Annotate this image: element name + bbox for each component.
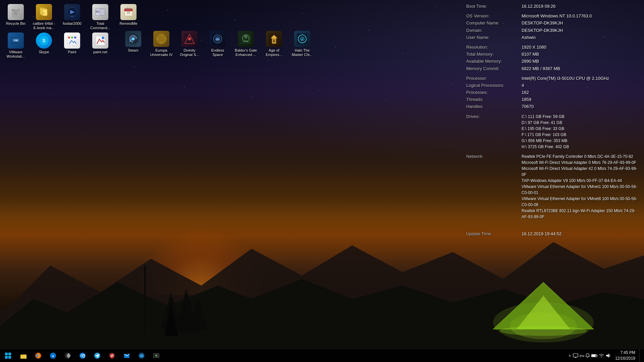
foobar-icon[interactable]: fb2k foobar2000 [59,2,86,32]
desktop-icons-row1: Recycle Bin C calibre 64bit - E-book ma.… [2,2,143,33]
tray-chevron[interactable]: ∧ [567,354,572,357]
calibre-icon[interactable]: C calibre 64bit - E-book ma... [31,2,57,32]
tray-language-icon[interactable]: ENG [579,353,584,358]
paintnet-icon[interactable]: paint.net [87,31,114,60]
processor-label: Processor: [466,75,522,81]
tray-notification-icon[interactable] [585,353,590,358]
taskbar-shield[interactable] [105,349,119,362]
foobar-label: foobar2000 [63,21,82,26]
drives-row: Drives: C:\ 111 GB Free: 59 GBD:\ 97 GB … [466,114,641,150]
svg-rect-97 [597,355,597,356]
memory-commit-row: Memory Commit: 6822 MB / 9387 MB [466,66,641,72]
svg-text:H: H [301,38,303,41]
total-memory-value: 8107 MB [522,51,641,57]
drive-entry: E:\ 195 GB Free: 33 GB [522,126,569,132]
paint-label: Paint [68,50,76,54]
memory-commit-value: 6822 MB / 9387 MB [522,66,641,72]
network-entry: VMware Virtual Ethernet Adapter for VMne… [522,196,641,208]
svg-point-55 [189,38,190,40]
network-entry: VMware Virtual Ethernet Adapter for VMne… [522,184,641,196]
computer-name-row: Computer Name: DESKTOP-DK39KJH [466,20,641,26]
baldurs-gate-icon[interactable]: Baldur's Gate Enhanced ... [232,29,259,59]
drives-label: Drives: [466,114,522,120]
svg-text:ES: ES [216,38,220,41]
svg-text:C: C [43,12,45,15]
logical-processors-row: Logical Processors: 4 [466,82,641,88]
taskbar-edge2[interactable] [134,349,149,362]
tray-volume-icon[interactable] [605,353,611,358]
network-entry: Microsoft Wi-Fi Direct Virtual Adapter 0… [522,160,641,166]
svg-rect-73 [8,353,11,355]
halo-icon[interactable]: H Halo The Master Chi... [289,29,316,59]
update-time-row: Update Time: 16.12.2019 19:44:52 [466,231,641,237]
update-time-label: Update Time: [466,231,522,237]
computer-name-label: Computer Name: [466,20,522,26]
taskbar-firefox[interactable] [31,349,46,362]
show-desktop-button[interactable] [639,349,641,362]
taskbar-mail[interactable] [119,349,134,362]
threads-value: 1859 [522,97,641,103]
boot-time-row: Boot Time: 16.12.2019 09:26 [466,3,641,9]
endless-space-icon[interactable]: ES Endless Space [204,29,231,59]
remindme-icon[interactable]: 15 RemindMe [115,2,142,32]
taskbar-telegram[interactable] [90,349,105,362]
taskbar-music[interactable] [60,349,75,362]
europa-icon[interactable]: Europa Universalis IV [148,29,175,59]
age-of-empires-label: Age of Empires... [262,48,286,57]
taskbar-app3[interactable]: e [46,349,60,362]
clock-date: 12/16/2019 [615,356,635,361]
taskbar-explorer[interactable] [16,349,31,362]
drive-entry: D:\ 97 GB Free: 41 GB [522,120,569,126]
tray-battery-icon[interactable] [591,353,598,358]
svg-rect-28 [124,9,132,11]
taskbar-tray: ∧ ENG [567,349,644,362]
threads-label: Threads: [466,97,522,103]
vmware-icon[interactable]: VM VMware Workstati... [2,31,29,60]
skype-icon[interactable]: S Skype [31,31,57,60]
remindme-label: RemindMe [119,21,137,26]
skype-label: Skype [39,50,49,54]
age-of-empires-icon[interactable]: Age of Empires... [261,29,287,59]
desktop-icons-row2: VM VMware Workstati... S Skype [2,30,114,61]
svg-rect-67 [273,40,275,42]
recycle-bin-label: Recycle Bin [6,21,25,26]
os-version-value: Microsoft Windows NT 10.0.17763.0 [522,13,641,19]
handles-row: Handles: 70670 [466,104,641,110]
svg-point-63 [245,36,247,38]
svg-rect-74 [5,356,8,359]
desktop: Recycle Bin C calibre 64bit - E-book ma.… [0,0,644,362]
network-entry: TAP-Windows Adapter V9 100 Mb/s 00-FF-37… [522,178,641,184]
svg-rect-91 [573,354,578,357]
computer-name-value: DESKTOP-DK39KJH [522,20,641,26]
tray-network-icon[interactable] [598,353,604,358]
domain-row: Domain: DESKTOP-DK39KJH [466,27,641,34]
game-icons-row: Steam Europa Universalis IV [119,28,316,59]
svg-rect-14 [14,8,17,10]
svg-point-45 [102,37,104,39]
total-commander-icon[interactable]: TC Total Command... [87,2,114,32]
svg-text:15: 15 [127,11,130,14]
logical-processors-label: Logical Processors: [466,82,522,88]
drives-values: C:\ 111 GB Free: 59 GBD:\ 97 GB Free: 41… [522,114,569,150]
total-memory-row: Total Memory: 8107 MB [466,51,641,57]
update-time-value: 16.12.2019 19:44:52 [522,231,641,237]
total-memory-label: Total Memory: [466,51,522,57]
processor-value: Intel(R) Core(TM) i3-5010U CPU @ 2.10GHz [522,75,641,81]
endless-space-label: Endless Space [206,48,229,57]
steam-icon[interactable]: Steam [120,29,147,54]
user-name-value: Ashwin [522,35,641,41]
drive-entry: H:\ 3725 GB Free: 402 GB [522,144,569,150]
tray-monitor-icon[interactable] [573,353,578,358]
calibre-label: calibre 64bit - E-book ma... [32,21,56,30]
taskbar-app10[interactable] [149,349,164,362]
divinity-icon[interactable]: Divinity Original S... [176,29,203,59]
clock[interactable]: 7:45 PM 12/16/2019 [612,349,638,362]
svg-rect-96 [592,355,596,357]
user-name-label: User Name: [466,35,522,41]
tent [476,249,610,349]
paint-icon[interactable]: Paint [59,31,86,60]
threads-row: Threads: 1859 [466,97,641,103]
recycle-bin-icon[interactable]: Recycle Bin [2,2,29,32]
taskbar-edge[interactable] [75,349,90,362]
start-button[interactable] [0,349,16,362]
